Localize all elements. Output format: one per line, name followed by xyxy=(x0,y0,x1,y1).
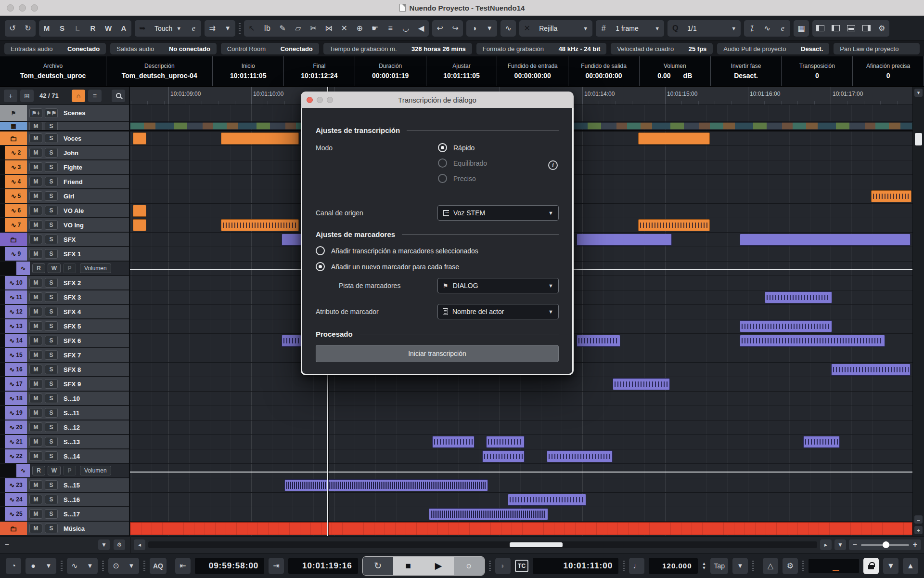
solo-button[interactable]: S xyxy=(45,122,58,131)
tempo-display[interactable]: 120.000 xyxy=(649,558,697,574)
record-mode-dropdown[interactable]: ▼ xyxy=(41,558,56,574)
source-channel-dropdown[interactable]: Voz STEM ▼ xyxy=(437,205,559,221)
solo-button[interactable]: S xyxy=(45,162,58,172)
audio-clip[interactable] xyxy=(282,335,301,347)
status-item-7[interactable]: Pan Law de proyecto xyxy=(834,43,920,54)
audio-clip[interactable] xyxy=(577,335,620,347)
right-zone-toggle[interactable] xyxy=(859,20,874,37)
mute-button[interactable]: M xyxy=(29,365,42,374)
track-row-s-16[interactable]: ∿24MSS...16 xyxy=(0,493,129,507)
track-row-friend[interactable]: ∿4MSFriend xyxy=(0,175,129,189)
marker-up-icon[interactable]: ▲ xyxy=(903,558,918,574)
tempo-note-icon[interactable]: ♩ xyxy=(629,558,644,574)
track-drag-handle[interactable] xyxy=(0,363,5,376)
track-scale-dropdown[interactable]: ▼ xyxy=(98,539,110,550)
solo-button[interactable]: S xyxy=(45,379,58,389)
zoom-knob[interactable] xyxy=(883,541,889,548)
track-drag-handle[interactable] xyxy=(0,218,5,232)
zoom-out-icon[interactable]: – xyxy=(853,540,857,549)
automation-r-button[interactable]: R xyxy=(32,466,45,475)
color-dropdown[interactable]: ▼ xyxy=(482,20,497,37)
solo-button[interactable]: S xyxy=(45,307,58,316)
status-item-1[interactable]: Salidas audioNo conectado xyxy=(110,43,217,54)
solo-button[interactable]: S xyxy=(45,321,58,331)
solo-button[interactable]: S xyxy=(45,451,58,461)
automation-state-r-button[interactable]: R xyxy=(85,20,101,37)
mute-button[interactable]: M xyxy=(29,148,42,158)
audio-clip[interactable] xyxy=(740,320,832,332)
track-drag-handle[interactable] xyxy=(0,507,5,521)
track-row-scenes[interactable]: ⚑⚑+⚑⚑Scenes xyxy=(0,105,129,122)
radio-icon[interactable] xyxy=(316,262,325,271)
track-drag-handle[interactable] xyxy=(0,204,5,217)
audio-clip[interactable] xyxy=(638,132,710,144)
audio-clip[interactable] xyxy=(740,234,911,246)
quantize-q-icon[interactable]: Q xyxy=(667,20,683,37)
metronome-setup-gear-icon[interactable]: ⚙ xyxy=(783,558,798,574)
track-settings-gear-icon[interactable]: ⚙ xyxy=(114,539,125,550)
punch-in-icon[interactable]: ◗ xyxy=(495,558,511,574)
track-row-sfx-7[interactable]: ∿15MSSFX 7 xyxy=(0,348,129,363)
solo-button[interactable]: S xyxy=(45,495,58,504)
status-item-3[interactable]: Tiempo de grabación m.326 horas 26 mins xyxy=(323,43,472,54)
track-drag-handle[interactable] xyxy=(0,449,5,463)
info-field-5[interactable]: Ajustar10:01:11:05 xyxy=(426,56,498,86)
mute-button[interactable]: M xyxy=(29,122,42,131)
mute-button[interactable]: M xyxy=(29,495,42,504)
track-row-m-sica[interactable]: 🗀MSMúsica xyxy=(0,522,129,536)
tap-tempo-button[interactable]: Tap xyxy=(710,558,728,574)
track-row-sfx-2[interactable]: ∿10MSSFX 2 xyxy=(0,276,129,290)
track-row-s-10[interactable]: ∿18MSS...10 xyxy=(0,392,129,406)
left-zone-toggle[interactable] xyxy=(812,20,828,37)
track-drag-handle[interactable] xyxy=(0,392,5,405)
horizontal-zoom-slider[interactable]: – + xyxy=(849,539,921,550)
track-row-voces[interactable]: 🗀MSVoces xyxy=(0,131,129,146)
record-mode-icon[interactable]: ● xyxy=(26,558,41,574)
track-row-sfx-8[interactable]: ∿16MSSFX 8 xyxy=(0,363,129,377)
solo-button[interactable]: S xyxy=(45,278,58,288)
solo-button[interactable]: S xyxy=(45,249,58,259)
audio-clip[interactable] xyxy=(740,335,885,347)
vertical-scroll-thumb[interactable] xyxy=(915,133,922,145)
zoom-presets-dropdown[interactable]: ▼ xyxy=(834,539,846,550)
track-drag-handle[interactable] xyxy=(0,377,5,391)
audio-record-dropdown[interactable]: ▼ xyxy=(82,558,98,574)
track-row-vo-ing[interactable]: ∿7MSVO Ing xyxy=(0,218,129,233)
mute-button[interactable]: M xyxy=(29,220,42,230)
audio-record-icon[interactable]: ∿ xyxy=(67,558,82,574)
audio-clip[interactable] xyxy=(638,219,710,231)
solo-button[interactable]: S xyxy=(45,524,58,533)
track-row-fighte[interactable]: ∿3MSFighte xyxy=(0,160,129,175)
mode-option-2[interactable]: Preciso xyxy=(438,174,487,183)
solo-button[interactable]: S xyxy=(45,336,58,345)
snap-icon[interactable]: ✕ xyxy=(519,20,535,37)
track-row-s-12[interactable]: ∿20MSS...12 xyxy=(0,420,129,435)
mute-button[interactable]: M xyxy=(29,524,42,533)
midi-record-dropdown[interactable]: ▼ xyxy=(124,558,139,574)
audio-clip[interactable] xyxy=(133,205,146,217)
scroll-right-button[interactable]: ▸ xyxy=(820,539,832,550)
track-visibility-icon[interactable]: ⌂ xyxy=(72,90,85,102)
track-drag-handle[interactable] xyxy=(0,305,5,318)
mute-button[interactable]: M xyxy=(29,162,42,172)
status-item-2[interactable]: Control RoomConectado xyxy=(221,43,319,54)
zoom-out-vertical-button[interactable]: – xyxy=(914,515,923,524)
dialog-maximize-button[interactable] xyxy=(327,97,333,103)
audio-clip[interactable] xyxy=(221,132,299,144)
mute-button[interactable]: M xyxy=(29,177,42,186)
onscreen-keyboard-icon[interactable]: ▦ xyxy=(794,20,809,37)
mute-tool[interactable]: ✕ xyxy=(336,20,352,37)
track-row-volumen[interactable]: ∿RWPVolumen xyxy=(0,464,129,478)
lower-zone-toggle[interactable] xyxy=(843,20,859,37)
track-drag-handle[interactable] xyxy=(0,319,5,333)
solo-button[interactable]: S xyxy=(45,191,58,201)
grid-type-dropdown[interactable]: 1 frame ▼ xyxy=(611,20,664,37)
automation-state-a-button[interactable]: A xyxy=(116,20,131,37)
redo-button[interactable]: ↻ xyxy=(20,20,36,37)
precount-click-icon[interactable]: ◔ xyxy=(6,558,21,574)
track-drag-handle[interactable] xyxy=(0,493,5,506)
audio-clip[interactable] xyxy=(831,364,911,376)
horizontal-scrollbar[interactable] xyxy=(148,541,817,548)
mute-button[interactable]: M xyxy=(29,249,42,259)
start-transcription-button[interactable]: Iniciar transcripción xyxy=(316,345,559,362)
